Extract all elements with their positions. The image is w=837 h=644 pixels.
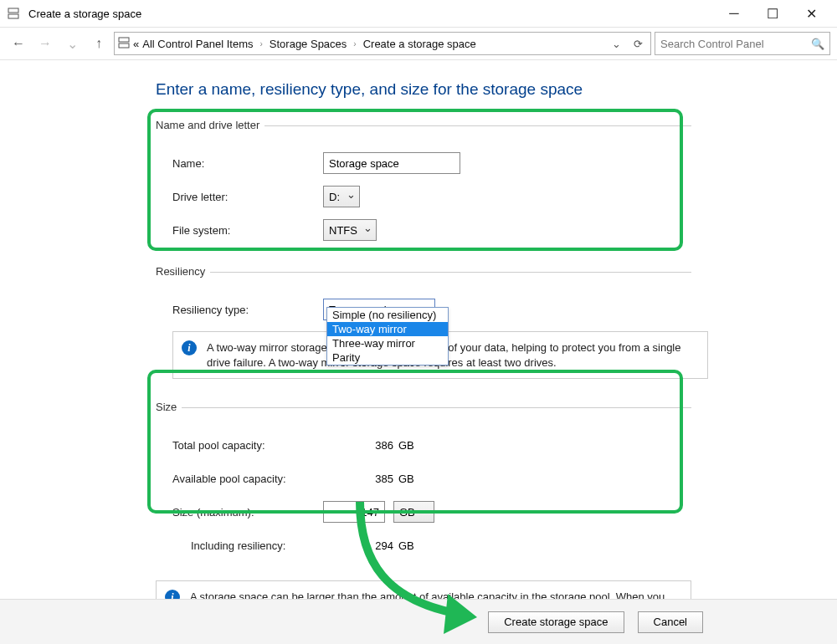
resiliency-option-simple[interactable]: Simple (no resiliency) <box>327 308 448 322</box>
name-input[interactable] <box>323 152 460 174</box>
value-total-capacity: 386 <box>348 439 398 452</box>
svg-rect-2 <box>119 38 129 42</box>
search-input[interactable]: Search Control Panel 🔍 <box>655 32 830 55</box>
value-including-resiliency: 294 <box>348 539 398 552</box>
nav-recent-dropdown[interactable]: ⌄ <box>60 32 84 55</box>
drive-letter-select[interactable]: D: <box>323 186 360 207</box>
breadcrumb-item-3[interactable]: Create a storage space <box>363 38 476 50</box>
addressbar-refresh-icon[interactable]: ⟳ <box>629 38 647 50</box>
addressbar-dropdown-icon[interactable]: ⌄ <box>607 38 625 50</box>
unit-available-capacity: GB <box>398 473 432 485</box>
window-maximize-button[interactable]: ☐ <box>753 1 792 26</box>
window-title: Create a storage space <box>28 8 141 20</box>
nav-forward-button[interactable]: → <box>33 32 57 55</box>
label-size-max: Size (maximum): <box>172 506 323 519</box>
size-max-input[interactable] <box>323 501 385 523</box>
nav-up-button[interactable]: ↑ <box>87 32 110 55</box>
address-bar[interactable]: « All Control Panel Items › Storage Spac… <box>114 32 651 55</box>
resiliency-option-parity[interactable]: Parity <box>327 350 448 365</box>
breadcrumb-sep-icon: › <box>350 39 359 49</box>
search-placeholder: Search Control Panel <box>660 38 811 50</box>
navigation-bar: ← → ⌄ ↑ « All Control Panel Items › Stor… <box>0 27 837 60</box>
action-bar: Create storage space Cancel <box>0 599 837 644</box>
label-filesystem: File system: <box>172 224 323 237</box>
resiliency-option-three-way[interactable]: Three-way mirror <box>327 336 448 350</box>
svg-rect-1 <box>8 14 18 18</box>
resiliency-option-two-way[interactable]: Two-way mirror <box>327 322 448 336</box>
cancel-button[interactable]: Cancel <box>638 611 703 633</box>
group-resiliency: Resiliency Resiliency type: Two-way mirr… <box>156 263 691 384</box>
nav-back-button[interactable]: ← <box>7 32 30 55</box>
filesystem-select[interactable]: NTFS <box>323 219 377 241</box>
group-legend-resiliency: Resiliency <box>156 265 210 278</box>
breadcrumb-item-2[interactable]: Storage Spaces <box>270 38 347 50</box>
addressbar-icon <box>118 37 130 51</box>
label-drive-letter: Drive letter: <box>172 191 323 203</box>
label-total-capacity: Total pool capacity: <box>172 439 348 452</box>
value-available-capacity: 385 <box>348 473 398 485</box>
window-titlebar: Create a storage space ─ ☐ ✕ <box>0 0 837 27</box>
breadcrumb-item-1[interactable]: All Control Panel Items <box>142 38 253 50</box>
content-area: Enter a name, resiliency type, and size … <box>0 60 837 628</box>
window-minimize-button[interactable]: ─ <box>715 1 753 26</box>
group-name-drive: Name and drive letter Name: Drive letter… <box>156 117 691 255</box>
info-icon: i <box>182 340 197 355</box>
group-legend-size: Size <box>156 401 182 413</box>
resiliency-type-dropdown-list[interactable]: Simple (no resiliency) Two-way mirror Th… <box>326 307 449 365</box>
label-name: Name: <box>172 157 323 170</box>
breadcrumb-sep-icon: › <box>256 39 265 49</box>
svg-rect-3 <box>119 43 129 48</box>
label-available-capacity: Available pool capacity: <box>172 473 348 485</box>
app-icon <box>7 7 20 20</box>
size-unit-select[interactable]: GB <box>393 501 434 523</box>
label-including-resiliency: Including resiliency: <box>172 539 348 552</box>
page-title: Enter a name, resiliency type, and size … <box>156 80 837 99</box>
svg-rect-0 <box>8 8 18 13</box>
unit-total-capacity: GB <box>398 439 432 452</box>
window-close-button[interactable]: ✕ <box>792 1 830 26</box>
search-icon: 🔍 <box>811 38 824 50</box>
breadcrumb-prefix: « <box>133 38 139 50</box>
unit-including-resiliency: GB <box>398 539 432 552</box>
label-resiliency-type: Resiliency type: <box>172 304 323 316</box>
create-storage-space-button[interactable]: Create storage space <box>488 611 624 633</box>
group-legend-name: Name and drive letter <box>156 119 264 131</box>
group-size: Size Total pool capacity: 386 GB Availab… <box>156 399 691 570</box>
